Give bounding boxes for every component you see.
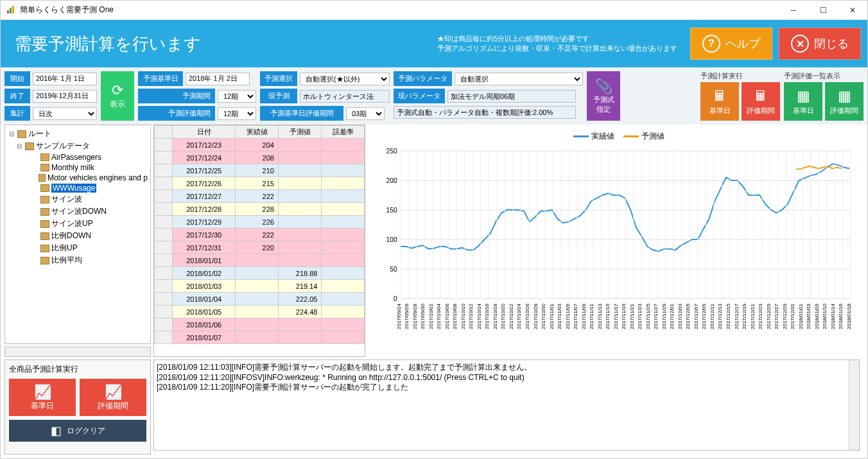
base-date-input[interactable]	[186, 73, 250, 85]
table-row[interactable]: 2018/01/01	[155, 254, 365, 267]
svg-text:2017/10/04: 2017/10/04	[436, 303, 442, 329]
tree-item[interactable]: Monthly milk	[8, 162, 148, 173]
base-eval-select[interactable]: 03期	[346, 107, 385, 120]
svg-text:2017/10/14: 2017/10/14	[476, 303, 482, 329]
table-row[interactable]: 2018/01/06	[155, 318, 365, 331]
tree-item[interactable]: 比例平均	[8, 254, 148, 266]
minimize-button[interactable]: ─	[779, 1, 808, 20]
tree-item[interactable]: WWWusage	[8, 183, 148, 193]
table-header[interactable]: 誤差率	[322, 126, 365, 139]
tree-item[interactable]: 比例UP	[8, 242, 148, 254]
all-exec-title: 全商品予測計算実行	[9, 364, 146, 375]
chart-legend: 実績値 予測値	[374, 131, 857, 142]
svg-text:0: 0	[394, 295, 397, 302]
table-row[interactable]: 2018/01/03219.14	[155, 280, 365, 293]
svg-text:2017/10/02: 2017/10/02	[428, 303, 434, 329]
period-select[interactable]: 12期	[218, 90, 256, 103]
svg-text:2017/11/29: 2017/11/29	[661, 303, 667, 329]
list-eval-button[interactable]: ▦ 評価期間	[825, 82, 864, 121]
tree-hscroll[interactable]	[4, 347, 151, 357]
close-window-button[interactable]: ✕	[838, 1, 867, 20]
tree-item[interactable]: サイン波UP	[8, 218, 148, 230]
forecast-select[interactable]: 自動選択(★以外)	[300, 73, 390, 85]
svg-text:2017/12/07: 2017/12/07	[693, 303, 699, 329]
table-row[interactable]: 2017/12/24208	[155, 152, 365, 164]
svg-text:2017/12/29: 2017/12/29	[782, 303, 788, 329]
log-panel[interactable]: [2018/01/09 12:11:03][INFO]需要予測計算サーバーの起動…	[153, 359, 860, 451]
table-row[interactable]: 2017/12/23204	[155, 139, 365, 152]
svg-text:2017/11/05: 2017/11/05	[565, 303, 571, 329]
formula-button[interactable]: 📎 予測式 指定	[587, 71, 620, 121]
table-row[interactable]: 2017/12/28228	[155, 203, 365, 216]
svg-text:2017/11/09: 2017/11/09	[581, 303, 587, 329]
svg-text:2017/11/07: 2017/11/07	[573, 303, 578, 329]
all-exec-base-button[interactable]: 📈 基準日	[9, 379, 76, 416]
maximize-button[interactable]: ☐	[808, 1, 838, 20]
svg-text:2017/12/03: 2017/12/03	[677, 303, 683, 329]
param-select[interactable]: 自動選択	[455, 73, 583, 85]
grid-icon: ▦	[797, 88, 810, 105]
svg-text:2017/12/23: 2017/12/23	[758, 303, 763, 329]
period-label: 予測期間	[138, 89, 215, 103]
table-row[interactable]: 2017/12/25210	[155, 164, 365, 177]
clip-icon: 📎	[595, 78, 612, 95]
svg-text:2018/01/14: 2018/01/14	[830, 303, 836, 329]
table-row[interactable]: 2017/12/27222	[155, 190, 365, 203]
app-logo-icon	[6, 4, 16, 16]
svg-text:2018/01/01: 2018/01/01	[798, 303, 804, 329]
all-exec-eval-button[interactable]: 📈 評価期間	[80, 379, 146, 416]
select-label: 予測選択	[260, 71, 297, 86]
log-clear-button[interactable]: ◧ ログクリア	[9, 420, 146, 442]
tree-panel[interactable]: ⊟ルート ⊟サンプルデータ AirPassengersMonthly milkM…	[4, 125, 151, 344]
eval-period-select[interactable]: 12期	[218, 107, 256, 120]
svg-text:2018/01/10: 2018/01/10	[822, 303, 828, 329]
tree-item[interactable]: サイン波	[8, 193, 148, 205]
svg-text:200: 200	[386, 177, 397, 184]
svg-text:2017/10/28: 2017/10/28	[532, 303, 538, 329]
end-date-input[interactable]	[33, 90, 97, 103]
table-row[interactable]: 2017/12/31220	[155, 241, 365, 254]
box-icon	[40, 196, 49, 204]
tree-root[interactable]: ⊟ルート	[8, 128, 148, 140]
table-row[interactable]: 2017/12/30222	[155, 229, 365, 241]
exec-eval-button[interactable]: 🖩 評価期間	[742, 82, 780, 121]
list-base-button[interactable]: ▦ 基準日	[784, 82, 822, 121]
tree-sample[interactable]: ⊟サンプルデータ	[8, 140, 148, 152]
table-row[interactable]: 2018/01/04222.05	[155, 293, 365, 306]
close-button[interactable]: ✕ 閉じる	[779, 28, 861, 60]
log-scrollbar[interactable]	[849, 360, 859, 450]
close-icon: ✕	[791, 35, 809, 53]
tree-item[interactable]: Motor vehicles engines and p	[8, 173, 148, 183]
svg-text:2017/11/15: 2017/11/15	[605, 303, 611, 329]
log-line: [2018/01/09 12:11:20][INFO]需要予測計算サーバーの起動…	[157, 383, 856, 393]
table-header[interactable]: 実績値	[236, 126, 279, 139]
data-table-panel[interactable]: 日付実績値予測値誤差率 2017/12/232042017/12/2420820…	[153, 125, 365, 357]
tree-item[interactable]: AirPassengers	[8, 152, 148, 162]
agg-select[interactable]: 日次	[33, 107, 97, 120]
table-header[interactable]: 日付	[173, 126, 236, 139]
formula-status-display: 予測式自動・パラメータ自動・複数期評価:2.00%	[394, 106, 576, 119]
svg-text:2017/10/10: 2017/10/10	[460, 303, 466, 329]
tree-item[interactable]: 比例DOWN	[8, 230, 148, 242]
svg-text:2017/12/31: 2017/12/31	[790, 303, 795, 329]
param-label: 予測パラメータ	[394, 71, 452, 86]
table-row[interactable]: 2018/01/02218.88	[155, 267, 365, 280]
line-chart: 0501001502002502017/09/242017/09/262017/…	[374, 144, 857, 337]
data-table: 日付実績値予測値誤差率 2017/12/232042017/12/2420820…	[154, 125, 365, 344]
help-button[interactable]: ? ヘルプ	[690, 28, 772, 60]
table-row[interactable]: 2018/01/07	[155, 331, 365, 344]
table-header[interactable]: 予測値	[278, 126, 321, 139]
svg-text:2017/09/28: 2017/09/28	[412, 303, 418, 329]
box-icon	[40, 208, 49, 216]
exec-base-button[interactable]: 🖩 基準日	[700, 82, 739, 121]
svg-text:2017/10/20: 2017/10/20	[500, 303, 506, 329]
table-row[interactable]: 2017/12/26215	[155, 177, 365, 190]
svg-text:2017/12/19: 2017/12/19	[742, 303, 747, 329]
svg-text:2017/09/30: 2017/09/30	[420, 303, 426, 329]
table-row[interactable]: 2018/01/05224.48	[155, 306, 365, 318]
svg-text:250: 250	[386, 148, 397, 155]
start-date-input[interactable]	[33, 73, 97, 85]
table-row[interactable]: 2017/12/29226	[155, 216, 365, 229]
tree-item[interactable]: サイン波DOWN	[8, 205, 148, 218]
show-button[interactable]: ⟳ 表示	[101, 71, 134, 121]
